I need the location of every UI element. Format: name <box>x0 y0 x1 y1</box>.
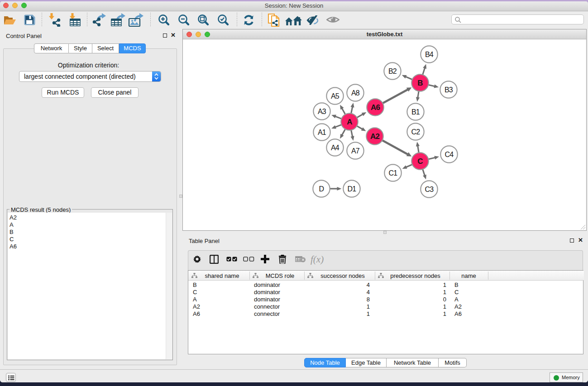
svg-text:A4: A4 <box>331 144 339 152</box>
svg-text:C: C <box>417 157 423 166</box>
svg-text:A2: A2 <box>370 132 379 141</box>
svg-text:B3: B3 <box>445 86 453 94</box>
svg-text:B1: B1 <box>411 108 420 116</box>
svg-text:B4: B4 <box>425 51 434 58</box>
svg-text:C3: C3 <box>425 186 434 193</box>
svg-text:B: B <box>417 79 423 87</box>
svg-text:A6: A6 <box>371 103 380 112</box>
svg-text:A7: A7 <box>351 147 360 155</box>
svg-text:D1: D1 <box>348 185 357 193</box>
svg-text:D: D <box>319 185 324 193</box>
svg-text:C4: C4 <box>445 151 454 158</box>
svg-text:A5: A5 <box>331 92 339 100</box>
svg-text:A3: A3 <box>318 108 326 115</box>
svg-text:A: A <box>347 118 352 126</box>
svg-text:A8: A8 <box>351 89 360 97</box>
svg-text:C2: C2 <box>411 128 421 136</box>
svg-text:C1: C1 <box>389 169 398 177</box>
svg-text:B2: B2 <box>388 67 397 75</box>
svg-text:A1: A1 <box>318 129 326 136</box>
